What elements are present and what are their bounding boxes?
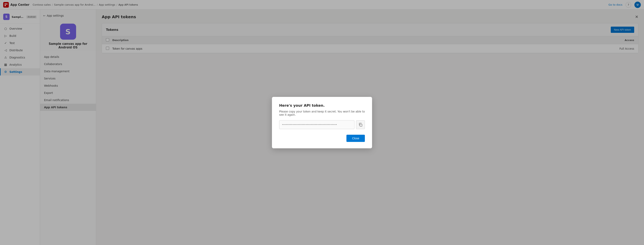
copy-icon: [358, 123, 362, 127]
modal-token-row: [279, 120, 365, 129]
modal-overlay: Here's your API token. Please copy your …: [0, 0, 644, 245]
copy-token-button[interactable]: [356, 120, 365, 129]
modal-title: Here's your API token.: [279, 103, 365, 108]
api-token-modal: Here's your API token. Please copy your …: [272, 97, 372, 148]
api-token-input[interactable]: [279, 120, 354, 129]
modal-close-button[interactable]: Close: [346, 135, 365, 142]
svg-rect-4: [360, 124, 362, 126]
modal-subtitle: Please copy your token and keep it secre…: [279, 110, 365, 116]
